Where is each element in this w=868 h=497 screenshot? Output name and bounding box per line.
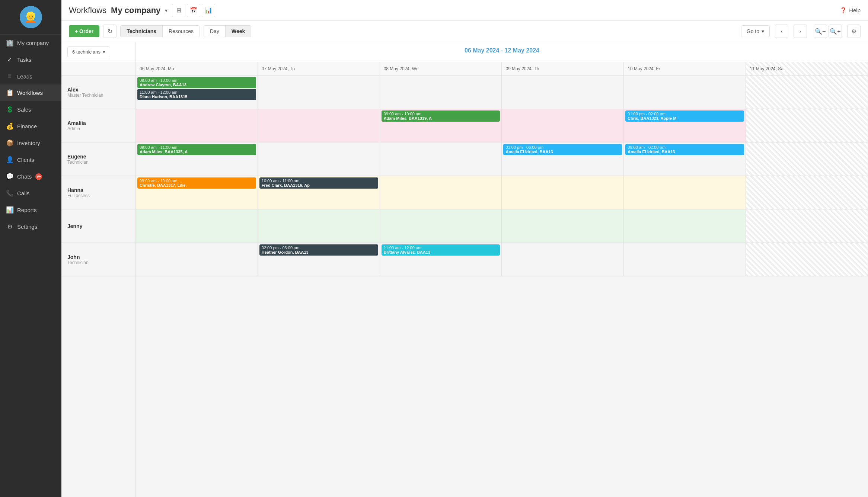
tech-name-4: Jenny [67, 223, 130, 229]
event-block[interactable]: 10:00 am - 11:00 amFred Clark, BAA1316, … [259, 177, 378, 189]
tech-name-5: John [67, 254, 130, 260]
header: Workflows My company ▾ ⊞ 📅 📊 ❓ Help [61, 0, 868, 21]
prev-arrow[interactable]: ‹ [775, 25, 788, 38]
sidebar-item-label: Leads [17, 73, 32, 80]
cell-4-4 [624, 209, 746, 243]
event-block[interactable]: 03:00 pm - 06:00 pmAmalia El Idrissi, BA… [503, 144, 622, 155]
tasks-icon: ✓ [6, 56, 13, 64]
goto-dropdown-icon: ▾ [762, 28, 764, 34]
refresh-button[interactable]: ↻ [103, 25, 117, 38]
calendar-view-btn[interactable]: 📅 [187, 4, 200, 17]
sidebar-item-reports[interactable]: 📊 Reports [0, 202, 61, 218]
sidebar-item-tasks[interactable]: ✓ Tasks [0, 51, 61, 68]
sidebar-item-finance[interactable]: 💰 Finance [0, 118, 61, 135]
sidebar-item-workflows[interactable]: 📋 Workflows [0, 84, 61, 101]
cell-5-3 [502, 243, 623, 276]
cell-4-3 [502, 209, 623, 243]
zoom-in-btn[interactable]: 🔍+ [829, 25, 842, 38]
goto-label: Go to [747, 28, 759, 34]
sidebar-item-label: Chats [17, 173, 32, 180]
sidebar-item-chats[interactable]: 💬 Chats 9+ [0, 168, 61, 185]
zoom-out-btn[interactable]: 🔍− [814, 25, 827, 38]
sidebar-item-inventory[interactable]: 📦 Inventory [0, 135, 61, 151]
event-block[interactable]: 09:00 am - 11:00 amAdam Miles, BAA1335, … [137, 144, 256, 155]
cell-4-0 [136, 209, 258, 243]
technicians-toggle[interactable]: Technicians [121, 26, 163, 37]
event-block[interactable]: 09:00 am - 10:00 amAndrew Clayton, BAA13 [137, 77, 256, 88]
event-block[interactable]: 09:00 am - 10:00 amAdam Miles, BAA1319, … [382, 110, 500, 122]
chart-view-btn[interactable]: 📊 [202, 4, 215, 17]
week-toggle[interactable]: Week [226, 26, 251, 37]
avatar-container: 👱 [0, 0, 61, 35]
sidebar-item-my-company[interactable]: 🏢 My company [0, 35, 61, 51]
event-block[interactable]: 09:00 am - 02:00 pmAmalia El Idrissi, BA… [625, 144, 744, 155]
event-block[interactable]: 09:00 am - 10:00 amChristie, BAA1317, Li… [137, 177, 256, 189]
tech-name-2: Eugene [67, 154, 130, 160]
event-block[interactable]: 02:00 pm - 03:00 pmHeather Gordon, BAA13 [259, 244, 378, 256]
tech-row-5: John Technician [61, 243, 135, 276]
cell-3-1: 10:00 am - 11:00 amFred Clark, BAA1316, … [258, 176, 380, 209]
cell-1-5 [746, 109, 868, 142]
workflows-icon: 📋 [6, 89, 13, 97]
sidebar: 👱 🏢 My company ✓ Tasks ≡ Leads 📋 Workflo… [0, 0, 61, 497]
day-header-4: 10 May 2024, Fr [624, 62, 746, 76]
cell-1-0 [136, 109, 258, 142]
day-header-1: 07 May 2024, Tu [258, 62, 380, 76]
event-block[interactable]: 11:00 am - 12:00 amDiana Hudson, BAA1315 [137, 89, 256, 100]
finance-icon: 💰 [6, 122, 13, 130]
tech-role-1: Admin [67, 126, 130, 131]
cell-0-0: 09:00 am - 10:00 amAndrew Clayton, BAA13… [136, 76, 258, 109]
tech-role-2: Technician [67, 160, 130, 165]
day-header-2: 08 May 2024, We [380, 62, 502, 76]
clients-icon: 👤 [6, 156, 13, 164]
avatar: 👱 [20, 6, 42, 28]
company-name: My company [111, 6, 160, 15]
cell-2-4: 09:00 am - 02:00 pmAmalia El Idrissi, BA… [624, 142, 746, 176]
cell-2-3: 03:00 pm - 06:00 pmAmalia El Idrissi, BA… [502, 142, 623, 176]
day-col-5 [746, 76, 868, 276]
cell-1-1 [258, 109, 380, 142]
cell-0-5 [746, 76, 868, 109]
sidebar-item-leads[interactable]: ≡ Leads [0, 68, 61, 84]
calendar-settings-btn[interactable]: ⚙ [847, 25, 861, 38]
cell-5-2: 11:00 am - 12:00 amBrittany Alvarez, BAA… [380, 243, 502, 276]
sidebar-item-label: Tasks [17, 57, 31, 63]
company-dropdown-icon[interactable]: ▾ [165, 7, 167, 13]
day-col-4: 01:00 pm - 02:00 pmChris, BAA1321, Apple… [624, 76, 746, 276]
cell-0-2 [380, 76, 502, 109]
calendar-header: 6 technicians ▾ 06 May 2024 - 12 May 202… [61, 42, 868, 62]
cell-4-2 [380, 209, 502, 243]
help-label: Help [849, 7, 861, 13]
resources-toggle[interactable]: Resources [163, 26, 200, 37]
tech-role-5: Technician [67, 260, 130, 265]
sidebar-item-calls[interactable]: 📞 Calls [0, 185, 61, 202]
sidebar-item-clients[interactable]: 👤 Clients [0, 151, 61, 168]
event-block[interactable]: 01:00 pm - 02:00 pmChris, BAA1321, Apple… [625, 110, 744, 122]
technicians-filter-btn[interactable]: 6 technicians ▾ [67, 47, 110, 57]
sales-icon: 💲 [6, 106, 13, 113]
day-toggle[interactable]: Day [204, 26, 226, 37]
cell-4-5 [746, 209, 868, 243]
day-col-0: 09:00 am - 10:00 amAndrew Clayton, BAA13… [136, 76, 258, 276]
sidebar-item-settings[interactable]: ⚙ Settings [0, 218, 61, 235]
goto-button[interactable]: Go to ▾ [741, 26, 769, 37]
sidebar-item-sales[interactable]: 💲 Sales [0, 101, 61, 118]
grid-view-btn[interactable]: ⊞ [172, 4, 185, 17]
zoom-controls: 🔍− 🔍+ [814, 25, 842, 38]
tech-row-4: Jenny [61, 209, 135, 243]
tech-row-0: Alex Master Technician [61, 76, 135, 109]
cell-5-1: 02:00 pm - 03:00 pmHeather Gordon, BAA13 [258, 243, 380, 276]
main-content: Workflows My company ▾ ⊞ 📅 📊 ❓ Help + Or… [61, 0, 868, 497]
goto-group: Go to ▾ [741, 25, 770, 37]
event-block[interactable]: 11:00 am - 12:00 amBrittany Alvarez, BAA… [382, 244, 500, 256]
tech-row-3: Hanna Full access [61, 176, 135, 209]
inventory-icon: 📦 [6, 139, 13, 147]
order-button[interactable]: + Order [69, 25, 99, 37]
tech-name-column: Alex Master TechnicianAmaliia AdminEugen… [61, 62, 136, 497]
cell-4-1 [258, 209, 380, 243]
next-arrow[interactable]: › [794, 25, 807, 38]
tech-filter-dropdown: ▾ [103, 49, 105, 55]
help-button[interactable]: ❓ Help [840, 7, 861, 14]
tech-name-0: Alex [67, 87, 130, 93]
day-header-0: 06 May 2024, Mo [136, 62, 258, 76]
